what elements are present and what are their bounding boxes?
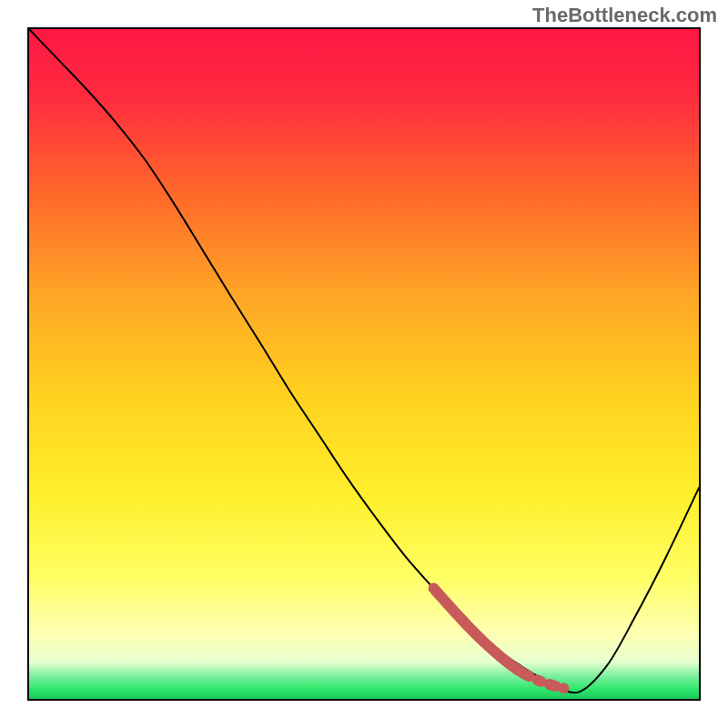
chart-background	[29, 29, 699, 699]
watermark-text: TheBottleneck.com	[532, 4, 717, 27]
chart-plot-area	[27, 27, 701, 701]
chart-svg	[29, 29, 699, 699]
accent-end-dot	[558, 682, 569, 693]
